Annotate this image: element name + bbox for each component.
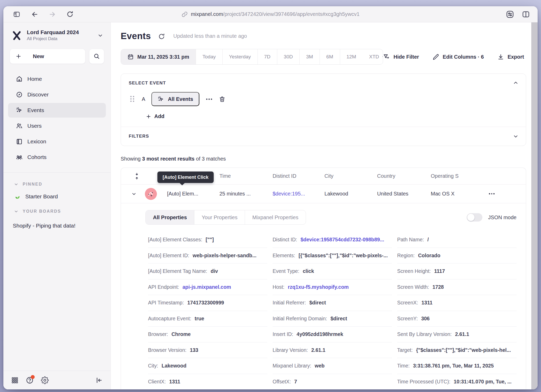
pencil-icon [433, 54, 439, 60]
property-row[interactable]: Initial Referrer: $direct [273, 295, 392, 311]
your-boards-section-toggle[interactable]: YOUR BOARDS [3, 209, 110, 214]
column-header[interactable]: Distinct ID [273, 173, 324, 179]
sidebar-item-users[interactable]: Users [8, 119, 106, 133]
property-row[interactable]: Screen Width: 1728 [397, 279, 517, 295]
property-row[interactable]: Path Name: / [397, 232, 517, 248]
url-path: /project/3472420/view/3974696/app/events… [223, 11, 360, 17]
sidebar-item-home[interactable]: Home [8, 72, 106, 86]
cell-country: United States [377, 191, 431, 197]
edit-columns-button[interactable]: Edit Columns · 6 [433, 54, 484, 60]
property-row[interactable]: Event Type: click [273, 264, 392, 279]
properties-column-1: [Auto] Element Classes: [""] [Auto] Elem… [148, 232, 267, 389]
chevron-down-icon[interactable] [513, 133, 519, 139]
column-header[interactable]: Operating S [431, 173, 489, 179]
property-row[interactable]: ScreenX: 1311 [397, 295, 517, 311]
export-button[interactable]: Export [497, 54, 524, 60]
sidebar-item-discover[interactable]: Discover [8, 87, 106, 102]
date-preset-button[interactable]: 12M [340, 49, 363, 64]
property-row[interactable]: ScreenY: 306 [397, 311, 517, 327]
property-row[interactable]: Library Version: 2.61.1 [273, 342, 392, 358]
date-preset-button[interactable]: Yesterday [223, 49, 258, 64]
property-row[interactable]: Distinct ID: $device:1958754cdd7232-098b… [273, 232, 392, 248]
json-mode-toggle[interactable] [467, 213, 482, 222]
sidebar-item-events[interactable]: Events [8, 103, 106, 118]
properties-column-3: Path Name: / Region: Colorado [397, 232, 517, 389]
property-row[interactable]: ClientX: 1311 [148, 374, 267, 390]
hide-filter-button[interactable]: Hide Filter [383, 53, 419, 60]
property-row[interactable]: Region: Colorado [397, 248, 517, 264]
date-preset-button[interactable]: 3M [300, 49, 320, 64]
property-row[interactable]: Autocapture Event: true [148, 311, 267, 327]
apps-grid-icon[interactable] [11, 377, 19, 384]
date-preset-button[interactable]: 7D [258, 49, 277, 64]
row-expand-chevron-icon[interactable] [131, 191, 137, 197]
search-button[interactable] [89, 49, 104, 64]
new-button[interactable]: New [10, 49, 85, 64]
your-boards-section-label: YOUR BOARDS [23, 209, 61, 214]
date-preset-button[interactable]: 30D [277, 49, 300, 64]
property-row[interactable]: Insert ID: 4y095zdd198hrmek [273, 327, 392, 342]
row-more-icon[interactable] [489, 193, 526, 194]
sidebar-item-cohorts[interactable]: Cohorts [8, 150, 106, 164]
link-icon [181, 11, 188, 17]
property-row[interactable]: Browser: Chrome [148, 327, 267, 342]
sidebar-item-lexicon[interactable]: Lexicon [8, 134, 106, 149]
sidebar-item-shopify-board[interactable]: Shopify - Piping that data! [3, 223, 110, 229]
column-header[interactable]: Time [219, 173, 273, 179]
property-row[interactable]: Time Processed (UTC): 10:31:41.070 pm, T… [397, 374, 517, 390]
property-row[interactable]: OffsetX: 7 [273, 374, 392, 390]
browser-tune-icon[interactable] [506, 10, 514, 19]
browser-sidebar-toggle-icon[interactable] [13, 11, 21, 18]
tab-your-properties[interactable]: Your Properties [194, 210, 245, 224]
refresh-icon[interactable] [158, 33, 165, 40]
property-row[interactable]: Host: rzq1xu-f5.myshopify.com [273, 279, 392, 295]
reload-icon[interactable] [66, 11, 73, 18]
date-preset-button[interactable]: Today [196, 49, 223, 64]
property-row[interactable]: Target: {"$classes":[""],"$id":"web-pixe… [397, 342, 517, 358]
back-icon[interactable] [31, 11, 38, 18]
date-preset-button[interactable]: 6M [320, 49, 340, 64]
event-selector-chip[interactable]: All Events [151, 92, 199, 106]
split-view-icon[interactable] [522, 10, 530, 19]
property-row[interactable]: API Timestamp: 1741732300999 [148, 295, 267, 311]
column-header[interactable]: City [324, 173, 377, 179]
pinned-section-toggle[interactable]: PINNED [3, 182, 110, 187]
property-row[interactable]: Initial Referring Domain: $direct [273, 311, 392, 327]
property-row[interactable]: Sent By Library Version: 2.61.1 [397, 327, 517, 342]
add-event-button[interactable]: Add [146, 113, 518, 119]
tab-mixpanel-properties[interactable]: Mixpanel Properties [245, 210, 306, 224]
property-row[interactable]: City: Lakewood [148, 358, 267, 374]
property-row[interactable]: Time: 3:31:38.761 pm, Tue, Mar 11, 2025 [397, 358, 517, 374]
scrollbar[interactable] [531, 22, 538, 389]
date-preset-xtd-button[interactable]: XTD [362, 49, 383, 64]
property-row[interactable]: Browser Version: 133 [148, 342, 267, 358]
forward-icon[interactable] [49, 11, 56, 18]
table-row[interactable]: [Auto] Elem... 25 minutes ... $device:19… [121, 185, 526, 203]
collapse-all-icon[interactable] [134, 172, 140, 180]
chevron-down-icon [97, 33, 103, 38]
tab-all-properties[interactable]: All Properties [146, 210, 194, 224]
property-row[interactable]: Mixpanel Library: web [273, 358, 392, 374]
column-header[interactable]: Country [377, 173, 431, 179]
property-row[interactable]: Elements: [{"$classes":[""],"$id":"web-p… [273, 248, 392, 264]
address-bar[interactable]: mixpanel.com/project/3472420/view/397469… [181, 11, 359, 17]
cell-distinct-id[interactable]: $device:195... [273, 191, 324, 197]
gear-icon[interactable] [41, 376, 49, 384]
trash-icon[interactable] [219, 96, 225, 102]
filters-section[interactable]: FILTERS [121, 127, 526, 146]
collapse-sidebar-icon[interactable] [95, 377, 103, 384]
property-row[interactable]: Screen Height: 1117 [397, 264, 517, 279]
cell-time: 25 minutes ... [219, 191, 273, 197]
property-row[interactable]: API Endpoint: api-js.mixpanel.com [148, 279, 267, 295]
drag-handle[interactable] [130, 96, 134, 102]
project-switcher[interactable]: Lord Farquaad 2024 All Project Data [3, 22, 110, 41]
results-summary: Showing 3 most recent results of 3 match… [121, 156, 526, 162]
chevron-up-icon[interactable] [513, 80, 519, 86]
cell-event-name[interactable]: [Auto] Elem... [167, 191, 219, 197]
property-row[interactable]: [Auto] Element Classes: [""] [148, 232, 267, 248]
property-row[interactable]: [Auto] Element ID: web-pixels-helper-san… [148, 248, 267, 264]
date-picker-button[interactable]: Mar 11, 2025 3:31 pm [121, 49, 196, 64]
event-more-icon[interactable] [206, 97, 213, 101]
sidebar-item-starter-board[interactable]: Starter Board [3, 193, 110, 200]
property-row[interactable]: [Auto] Element Tag Name: div [148, 264, 267, 279]
